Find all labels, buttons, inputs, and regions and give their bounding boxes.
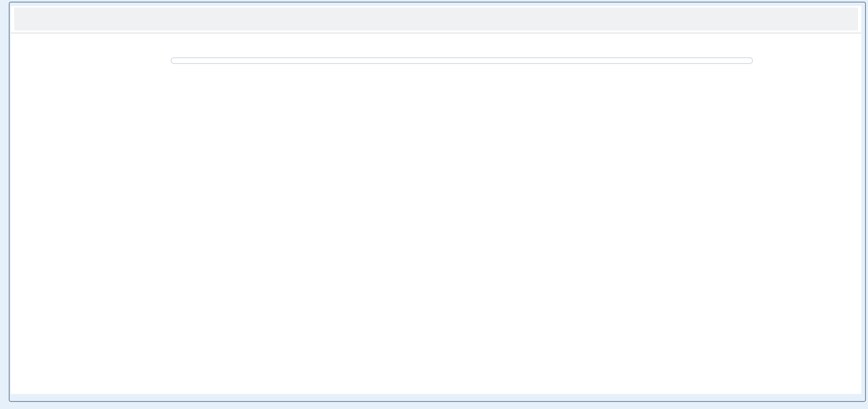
page [0,0,868,409]
window-frame [9,2,866,402]
torn-screenshot-gap [0,216,868,247]
